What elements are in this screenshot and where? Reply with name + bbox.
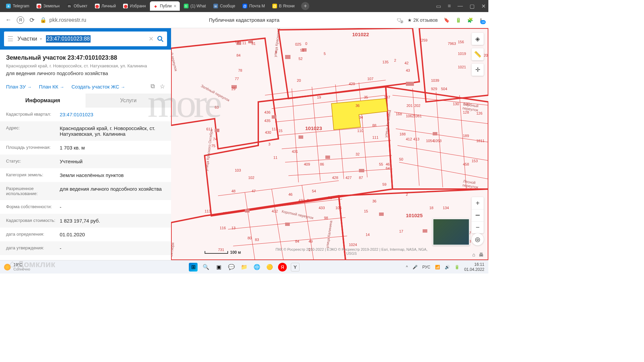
- info-row: Статус:Учтенный: [0, 155, 171, 168]
- plan-kk-link[interactable]: План КК →: [39, 84, 64, 89]
- menu-icon[interactable]: ≡: [448, 3, 451, 9]
- create-zhs-link[interactable]: Создать участок ЖС →: [71, 84, 125, 89]
- svg-rect-8: [272, 115, 276, 119]
- clear-icon[interactable]: ✕: [149, 35, 154, 43]
- svg-rect-10: [325, 156, 330, 159]
- search-input[interactable]: 23:47:0101023:88: [46, 35, 91, 43]
- explorer-icon[interactable]: 📁: [240, 263, 249, 272]
- minimize-icon[interactable]: —: [458, 3, 463, 9]
- highlighted-parcel[interactable]: [331, 99, 387, 130]
- plan-zu-link[interactable]: План ЗУ →: [6, 84, 32, 89]
- battery-taskbar-icon[interactable]: 🔋: [454, 265, 460, 269]
- browser-tab[interactable]: ⬤Земельн: [33, 1, 63, 11]
- zoom-control: + ••• −: [472, 197, 484, 233]
- close-window-icon[interactable]: ✕: [481, 3, 486, 9]
- url-box[interactable]: 🔒 pkk.rosreestr.ru: [40, 17, 86, 23]
- layers-button[interactable]: ◈: [472, 33, 484, 45]
- browser-tab[interactable]: ✈Telegram: [3, 1, 33, 11]
- maximize-icon[interactable]: ▢: [470, 3, 475, 9]
- shield-icon[interactable]: 🛡2: [397, 17, 401, 23]
- svg-point-0: [158, 37, 162, 41]
- info-label: Категория земель:: [6, 172, 60, 178]
- tab-label: Telegram: [13, 4, 29, 8]
- lock-icon: 🔒: [40, 17, 47, 23]
- lang-indicator[interactable]: РУС: [422, 265, 430, 269]
- taskbar: 19°C Солнечно ⊞ 🔍 ▣ 💬 📁 🌐 🟡 Я Y ^ 🎤 РУС …: [0, 260, 488, 274]
- reviews-link[interactable]: ★ 2К отзывов: [408, 17, 438, 23]
- search-icon[interactable]: [157, 36, 164, 42]
- measure-button[interactable]: 📏: [472, 48, 484, 60]
- zoom-out-button[interactable]: −: [472, 221, 484, 233]
- svg-rect-12: [406, 82, 414, 86]
- menu-icon[interactable]: ☰: [7, 35, 13, 43]
- home-icon[interactable]: ⌂: [472, 252, 475, 257]
- parcel-use: для ведения личного подсобного хозяйства: [6, 70, 165, 76]
- new-tab-button[interactable]: +: [301, 2, 309, 10]
- mic-icon[interactable]: 🎤: [413, 265, 418, 269]
- copy-icon[interactable]: ⧉: [151, 83, 155, 90]
- browser-tab[interactable]: ①(1) What: [180, 1, 209, 11]
- yandex-browser-icon[interactable]: Y: [291, 263, 300, 272]
- scale-bar: 100 м: [205, 250, 241, 255]
- edge-icon[interactable]: 🌐: [253, 263, 261, 272]
- downloads-icon[interactable]: ⬇: [479, 17, 483, 23]
- bookmark-icon[interactable]: 🔖: [444, 17, 449, 23]
- yandex-icon[interactable]: Я: [17, 16, 24, 24]
- tab-services[interactable]: Услуги: [86, 94, 171, 108]
- svg-rect-9: [299, 135, 303, 139]
- task-view-icon[interactable]: ▣: [214, 263, 223, 272]
- tab-info[interactable]: Информация: [0, 94, 86, 108]
- start-button[interactable]: ⊞: [189, 263, 198, 272]
- browser-tab[interactable]: mОбъект: [64, 1, 91, 11]
- tab-label: Личный: [102, 4, 116, 8]
- map-area[interactable]: 101022 101023 101025 73 11 81 84 8 025 0…: [171, 28, 488, 260]
- clock[interactable]: 16:11 01.04.2022: [464, 262, 484, 272]
- search-taskbar-icon[interactable]: 🔍: [202, 263, 210, 272]
- tab-favicon: ⬤: [123, 4, 128, 8]
- browser-tab[interactable]: ◆Публи×: [150, 1, 180, 11]
- tray-chevron-icon[interactable]: ^: [406, 265, 408, 269]
- zoom-reset-button[interactable]: •••: [472, 209, 484, 221]
- yandex-red-icon[interactable]: Я: [278, 263, 287, 272]
- volume-icon[interactable]: 🔊: [445, 265, 450, 269]
- address-bar: ← Я ⟳ 🔒 pkk.rosreestr.ru Публичная кадас…: [0, 12, 488, 28]
- close-icon[interactable]: ×: [174, 3, 176, 9]
- zoom-in-button[interactable]: +: [472, 197, 484, 209]
- browser-tab[interactable]: wСообще: [210, 1, 238, 11]
- parcel-address: Краснодарский край, г. Новороссийск, ст.…: [6, 63, 165, 68]
- info-value[interactable]: 23:47:0101023: [60, 112, 165, 117]
- tab-favicon: w: [213, 4, 218, 8]
- reader-icon[interactable]: ▭: [436, 3, 441, 9]
- chat-icon[interactable]: 💬: [227, 263, 236, 272]
- browser-tab[interactable]: @В Япони: [269, 1, 298, 11]
- tab-label: Почта М: [249, 4, 265, 8]
- tab-favicon: ✈: [6, 4, 11, 8]
- extension-icon[interactable]: 🧩: [467, 17, 473, 23]
- favorite-icon[interactable]: ☆: [160, 83, 165, 90]
- info-row: Кадастровый квартал:23:47:0101023: [0, 108, 171, 121]
- browser-tab[interactable]: ⬤Избранн: [120, 1, 149, 11]
- browser-tab[interactable]: ⬤Личный: [92, 1, 119, 11]
- search-type[interactable]: Участки: [17, 36, 37, 42]
- svg-rect-14: [245, 209, 250, 213]
- print-icon[interactable]: 🖶: [479, 252, 484, 257]
- info-label: Разрешенное использование:: [6, 186, 60, 196]
- minimap[interactable]: [433, 219, 470, 245]
- wifi-icon[interactable]: 📶: [435, 265, 440, 269]
- info-table: Кадастровый квартал:23:47:0101023Адрес:К…: [0, 108, 171, 260]
- info-value: для ведения личного подсобного хозяйства: [60, 186, 165, 196]
- locate-button[interactable]: ✛: [472, 64, 484, 76]
- browser-tabs: ✈Telegram⬤ЗемельнmОбъект⬤Личный⬤Избранн◆…: [0, 0, 488, 12]
- tab-label: Публи: [160, 4, 172, 8]
- info-label: Площадь уточненная:: [6, 145, 60, 150]
- back-button[interactable]: ←: [5, 16, 11, 23]
- reload-button[interactable]: ⟳: [30, 16, 35, 24]
- info-label: Статус:: [6, 159, 60, 164]
- chrome-icon[interactable]: 🟡: [265, 263, 274, 272]
- map-attribution: ПКК © Росреестр 2010-2022 | ЕЭКО © Росре…: [275, 247, 428, 255]
- chevron-down-icon[interactable]: ▾: [40, 37, 42, 41]
- compass-button[interactable]: ◎: [472, 233, 484, 245]
- weather-widget[interactable]: 19°C Солнечно: [4, 263, 30, 271]
- info-value: 01.01.2020: [60, 232, 165, 237]
- browser-tab[interactable]: @Почта М: [239, 1, 268, 11]
